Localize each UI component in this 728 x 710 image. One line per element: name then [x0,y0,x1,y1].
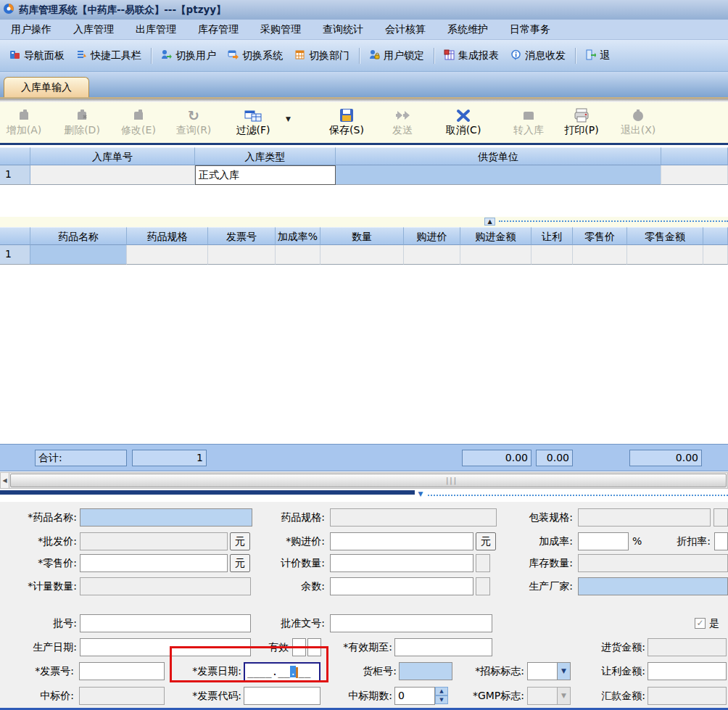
valid-until-field[interactable] [394,638,492,656]
spin-up-icon[interactable]: ▲ [435,687,448,695]
remainder-field[interactable] [330,577,473,595]
gmp-flag-dropdown[interactable]: ▼ [527,687,571,705]
menu-item-inbound-management[interactable]: 入库管理 [62,20,125,39]
stock-qty-field[interactable] [578,554,728,572]
bid-periods-field[interactable]: 0 [394,687,435,705]
wholesale-price-field[interactable] [80,532,228,550]
supplier-cell[interactable] [336,165,661,185]
column-header-drug-spec[interactable]: 药品规格 [127,227,208,245]
save-button[interactable]: 保存(S) [323,104,370,141]
wholesale-unit-button[interactable]: 元 [230,532,250,550]
splitter-dotted-line[interactable] [428,495,728,496]
query-button[interactable]: ↻ 查询(R) [171,104,216,141]
order-no-cell[interactable] [30,165,195,185]
bid-periods-spinner[interactable]: ▲▼ [435,687,448,705]
remittance-amount-field[interactable] [648,687,727,705]
retail-amount-cell[interactable] [627,245,703,265]
cabinet-no-field[interactable] [399,662,452,680]
column-header-invoice-no[interactable]: 发票号 [208,227,276,245]
purchase-price-cell[interactable] [404,245,460,265]
invoice-no-field[interactable] [79,662,165,680]
bid-price-field[interactable] [79,687,165,705]
rebate-amount-field[interactable] [648,662,727,680]
column-header-markup-rate[interactable]: 加成率% [276,227,320,245]
scrollbar-thumb[interactable]: ||| [10,474,727,487]
column-header-purchase-price[interactable]: 购进价 [404,227,460,245]
purchase-amount-cell[interactable] [460,245,531,265]
purchase-price-field[interactable] [330,532,473,550]
message-button[interactable]: 消息收发 [505,47,571,65]
send-button[interactable]: 发送 [380,104,425,141]
purchase-unit-button[interactable]: 元 [476,532,496,550]
menu-item-query-statistics[interactable]: 查询统计 [312,20,374,39]
drug-spec-field[interactable] [330,508,497,527]
inbound-type-cell[interactable]: 正式入库 [195,165,336,185]
column-header-rebate[interactable]: 让利 [531,227,573,245]
validity-box-1[interactable] [292,638,306,656]
drug-name-cell[interactable] [30,245,127,265]
measure-qty-field[interactable] [80,577,251,595]
tab-inbound-order-entry[interactable]: 入库单输入 [4,77,89,97]
collapse-down-icon[interactable]: ▼ [415,490,426,498]
rebate-cell[interactable] [531,245,573,265]
menu-item-accounting[interactable]: 会计核算 [374,20,437,39]
horizontal-scrollbar[interactable]: ◀ ||| [0,472,728,489]
column-header-supplier[interactable]: 供货单位 [336,147,661,165]
modify-button[interactable]: 修改(E) [116,104,161,141]
filter-dropdown-arrow[interactable]: ▼ [286,115,291,123]
cancel-button[interactable]: 取消(C) [439,104,487,141]
manufacturer-field[interactable] [578,577,728,595]
column-header-retail-amount[interactable]: 零售金额 [627,227,703,245]
switch-system-button[interactable]: 切换系统 [223,47,288,65]
chevron-down-icon[interactable]: ▼ [557,663,570,680]
batch-no-field[interactable] [80,614,251,632]
scroll-left-arrow[interactable]: ◀ [1,473,9,488]
quick-toolbar-button[interactable]: 快捷工具栏 [71,47,146,65]
pane-splitter-top[interactable]: ▲ [0,217,728,227]
yes-checkbox[interactable]: ✓ [695,618,706,629]
column-header-quantity[interactable]: 数量 [320,227,404,245]
column-header-retail-price[interactable]: 零售价 [573,227,627,245]
exit-system-button[interactable]: 退 [580,47,615,65]
drug-spec-cell[interactable] [127,245,208,265]
invoice-code-field[interactable] [244,687,320,705]
menu-item-outbound-management[interactable]: 出库管理 [125,20,187,39]
report-button[interactable]: 集成报表 [439,47,504,65]
edge-field[interactable] [713,508,728,527]
pack-spec-field[interactable] [578,508,711,527]
column-header-order-no[interactable]: 入库单号 [30,147,195,165]
menu-item-system-maintenance[interactable]: 系统维护 [437,20,499,39]
add-button[interactable]: 增加(A) [1,104,46,141]
menu-item-procurement-management[interactable]: 采购管理 [249,20,312,39]
retail-unit-button[interactable]: 元 [230,554,250,572]
markup-rate-field[interactable] [578,532,629,550]
transfer-button[interactable]: 转入库 [503,104,554,141]
column-header-purchase-amount[interactable]: 购进金额 [460,227,531,245]
drug-name-field[interactable] [80,508,252,527]
bid-flag-dropdown[interactable]: ▼ [527,662,571,680]
invoice-date-field[interactable]: ____.__.__ [244,662,320,682]
validity-box-2[interactable] [307,638,321,656]
column-header-inbound-type[interactable]: 入库类型 [195,147,336,165]
production-date-field[interactable] [80,638,251,656]
invoice-no-cell[interactable] [208,245,276,265]
markup-rate-cell[interactable] [276,245,320,265]
discount-rate-field[interactable] [714,532,728,550]
menu-item-inventory-management[interactable]: 库存管理 [187,20,249,39]
retail-price-field[interactable] [80,554,228,572]
retail-price-cell[interactable] [573,245,627,265]
print-button[interactable]: 打印(P) [558,104,605,141]
filter-button[interactable]: 过滤(F) [231,104,276,141]
quantity-cell[interactable] [320,245,404,265]
switch-user-button[interactable]: 切换用户 [156,47,221,65]
exit-button[interactable]: 退出(X) [615,104,661,141]
delete-button[interactable]: 删除(D) [59,104,104,141]
pricing-qty-field[interactable] [330,554,473,572]
spin-down-icon[interactable]: ▼ [435,695,448,704]
user-lock-button[interactable]: 用户锁定 [364,47,429,65]
column-header-drug-name[interactable]: 药品名称 [30,227,127,245]
purchase-amount-field[interactable] [648,638,727,656]
collapse-up-icon[interactable]: ▲ [484,218,495,226]
switch-dept-button[interactable]: 切换部门 [289,47,355,65]
nav-panel-button[interactable]: 导航面板 [4,47,70,65]
